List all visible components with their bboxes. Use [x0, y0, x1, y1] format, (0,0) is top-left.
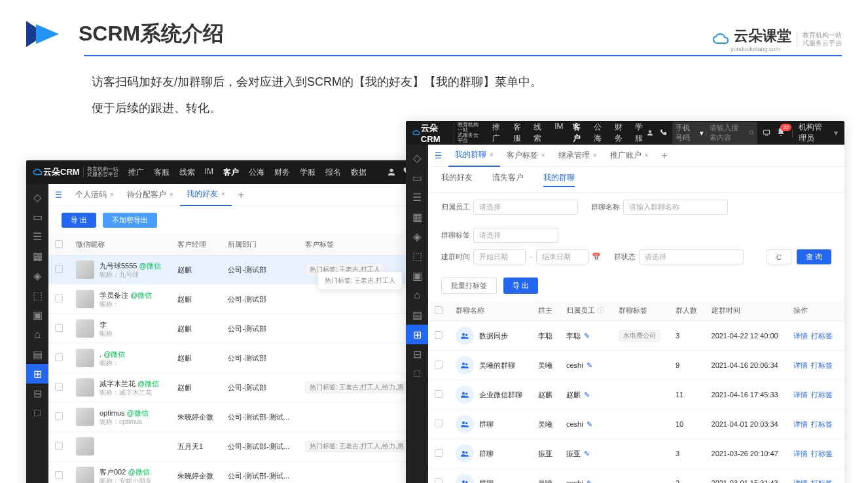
- menu-toggle-icon[interactable]: ☰: [55, 190, 62, 200]
- search-icon[interactable]: [749, 129, 755, 137]
- sub-tab[interactable]: 我的群聊: [543, 172, 575, 187]
- sidebar-item[interactable]: ▦: [406, 207, 428, 226]
- sidebar-item[interactable]: □: [26, 403, 48, 423]
- tab-close-icon[interactable]: ×: [541, 152, 545, 159]
- calendar-icon[interactable]: 📅: [592, 253, 601, 261]
- row-checkbox[interactable]: [55, 353, 63, 361]
- row-checkbox[interactable]: [435, 390, 443, 398]
- table-row[interactable]: 客户002 @微信昵称：安妮小朋友 朱晓婷企微 公司-测试部-测试...: [48, 461, 419, 483]
- row-checkbox[interactable]: [55, 383, 63, 391]
- nav-item[interactable]: IM: [205, 167, 213, 178]
- tab[interactable]: 待分配客户×: [120, 184, 180, 206]
- detail-link[interactable]: 详情: [793, 391, 808, 399]
- sidebar-item[interactable]: ⊞: [26, 364, 48, 384]
- sidebar-item[interactable]: ◇: [26, 187, 48, 207]
- row-checkbox[interactable]: [435, 449, 443, 457]
- no-encrypt-export-button[interactable]: 不加密导出: [103, 213, 157, 228]
- table-row[interactable]: 减字木兰花 @微信昵称：减字木兰花 赵麒 公司-测试部 热门标签: 王老吉,打工…: [48, 373, 419, 402]
- checkbox-all[interactable]: [435, 306, 443, 314]
- sidebar-item[interactable]: ▤: [26, 344, 48, 364]
- tab[interactable]: 客户标签×: [500, 145, 552, 167]
- filter-grouptag-input[interactable]: 请选择: [473, 228, 558, 243]
- sidebar-item[interactable]: ◈: [406, 226, 428, 246]
- row-checkbox[interactable]: [435, 331, 443, 339]
- nav-item[interactable]: 线索: [533, 122, 545, 144]
- sidebar-item[interactable]: ⌂: [406, 285, 428, 305]
- sidebar-item[interactable]: ⬚: [406, 246, 428, 266]
- nav-item[interactable]: 财务: [274, 167, 290, 178]
- sidebar-item[interactable]: ◈: [26, 266, 48, 285]
- tag-link[interactable]: 打标签: [811, 479, 833, 483]
- sidebar-item[interactable]: ⬚: [26, 285, 48, 305]
- reset-button[interactable]: C: [767, 249, 791, 264]
- tab-close-icon[interactable]: ×: [221, 190, 225, 198]
- nav-item[interactable]: 学服: [635, 122, 646, 144]
- nav-item[interactable]: 学服: [300, 167, 316, 178]
- row-checkbox[interactable]: [435, 420, 443, 427]
- app-logo[interactable]: 云朵CRM 教育机构一站式服务云平台: [33, 166, 118, 178]
- search-box[interactable]: 手机号码▾ | 请输入搜索内容: [672, 122, 757, 144]
- user-role[interactable]: 机构管理员: [799, 122, 829, 144]
- sidebar-item[interactable]: ◇: [406, 148, 428, 168]
- sidebar-item[interactable]: □: [406, 364, 428, 384]
- sidebar-item[interactable]: ▣: [26, 305, 48, 325]
- nav-item[interactable]: 财务: [615, 122, 626, 144]
- table-row[interactable]: . @微信昵称： 赵麒 公司-测试部: [48, 344, 419, 373]
- nav-item[interactable]: 公海: [594, 122, 605, 144]
- tag-link[interactable]: 打标签: [811, 391, 833, 399]
- checkbox-all[interactable]: [55, 240, 63, 248]
- export-button[interactable]: 导 出: [62, 213, 96, 228]
- sub-tab[interactable]: 流失客户: [492, 172, 524, 187]
- sidebar-item[interactable]: ⊟: [406, 344, 428, 364]
- edit-icon[interactable]: ✎: [584, 391, 590, 399]
- nav-item[interactable]: 报名: [325, 167, 341, 178]
- sidebar-item[interactable]: ▦: [26, 246, 48, 266]
- row-checkbox[interactable]: [435, 361, 443, 368]
- detail-link[interactable]: 详情: [793, 361, 808, 369]
- nav-item[interactable]: 推广: [492, 122, 503, 144]
- tab[interactable]: 我的好友×: [180, 184, 232, 206]
- tab-close-icon[interactable]: ×: [645, 152, 649, 159]
- row-checkbox[interactable]: [55, 265, 63, 273]
- tab[interactable]: 个人活码×: [69, 184, 120, 206]
- nav-item[interactable]: 客服: [154, 167, 170, 178]
- table-row[interactable]: 群聊 振亚 振亚✎ 3 2021-03-26 20:10:47 详情打标签: [428, 439, 844, 469]
- detail-link[interactable]: 详情: [793, 450, 808, 457]
- end-date-input[interactable]: 结束日期: [536, 249, 588, 264]
- tab[interactable]: 推广账户×: [604, 145, 655, 167]
- sidebar-item[interactable]: ⊞: [406, 325, 428, 344]
- row-checkbox[interactable]: [55, 324, 63, 332]
- nav-item[interactable]: 推广: [128, 167, 144, 178]
- edit-icon[interactable]: ✎: [587, 479, 592, 483]
- tab-add-button[interactable]: +: [232, 189, 251, 201]
- nav-item[interactable]: 客户: [573, 122, 584, 144]
- nav-item[interactable]: 数据: [351, 167, 367, 178]
- table-row[interactable]: 李 昵称 赵麒 公司-测试部: [48, 314, 419, 344]
- tab-close-icon[interactable]: ×: [490, 151, 494, 158]
- search-button[interactable]: 查 询: [797, 249, 831, 264]
- row-checkbox[interactable]: [55, 412, 63, 420]
- sidebar-item[interactable]: ▣: [406, 266, 428, 285]
- tab[interactable]: 我的群聊×: [448, 145, 500, 167]
- table-row[interactable]: 吴曦的群聊 吴曦 ceshi✎ 9 2021-04-16 20:06:34 详情…: [428, 351, 844, 380]
- tab-close-icon[interactable]: ×: [110, 191, 114, 198]
- sidebar-item[interactable]: ☰: [26, 226, 48, 246]
- row-checkbox[interactable]: [55, 471, 63, 479]
- row-checkbox[interactable]: [55, 442, 63, 450]
- sidebar-item[interactable]: ⊟: [26, 384, 48, 403]
- nav-item[interactable]: 公海: [249, 167, 264, 178]
- table-row[interactable]: 数据同步 李聪 李聪✎ 水电费公司 3 2021-04-22 12:40:00 …: [428, 321, 844, 351]
- filter-status-input[interactable]: 请选择: [639, 249, 744, 264]
- tab-close-icon[interactable]: ×: [593, 152, 597, 159]
- sidebar-item[interactable]: ▭: [26, 207, 48, 226]
- user-icon[interactable]: [646, 128, 654, 138]
- notification-icon[interactable]: [776, 127, 786, 139]
- nav-item[interactable]: IM: [554, 122, 563, 144]
- nav-item[interactable]: 客户: [223, 167, 239, 178]
- table-row[interactable]: 五月天1 公司-测试部-测试... 热门标签: 王老吉,打工人,给力,惠: [48, 432, 419, 461]
- batch-tag-button[interactable]: 批量打标签: [441, 277, 497, 294]
- table-row[interactable]: 群聊 吴曦 ceshi✎ 2 2021-03-01 15:31:43 详情打标签: [428, 469, 844, 483]
- table-row[interactable]: 群聊 吴曦 ceshi✎ 10 2021-04-01 20:03:34 详情打标…: [428, 410, 844, 439]
- export-button[interactable]: 导 出: [503, 277, 538, 294]
- nav-item[interactable]: 线索: [179, 167, 195, 178]
